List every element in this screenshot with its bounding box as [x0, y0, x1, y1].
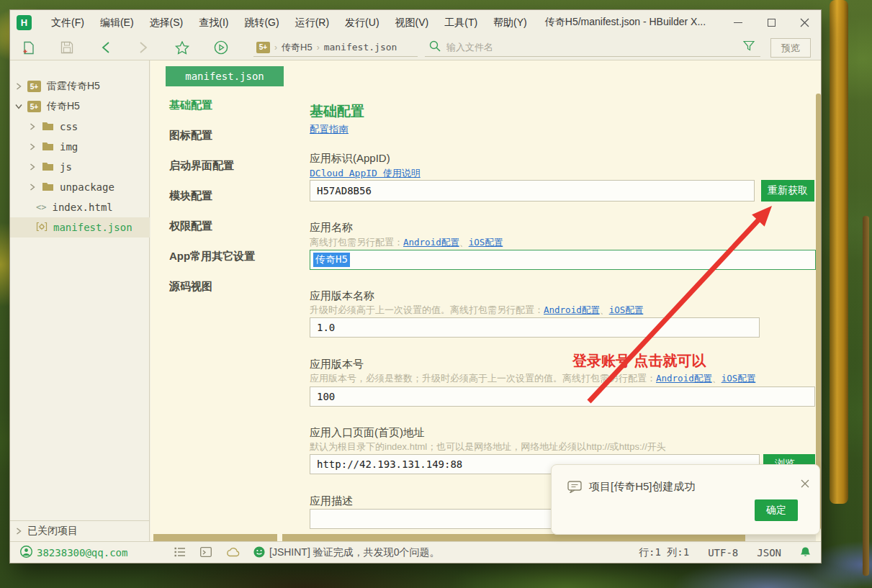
appid-doc-link[interactable]: DCloud AppID 使用说明: [310, 167, 421, 180]
new-file-icon[interactable]: [20, 40, 36, 55]
tree-item-label[interactable]: 雷霆传奇H5: [47, 80, 100, 93]
preview-button[interactable]: 预览: [770, 38, 811, 58]
bell-icon[interactable]: [800, 546, 811, 560]
back-icon[interactable]: [98, 40, 114, 55]
menu-help[interactable]: 帮助(Y): [485, 10, 535, 35]
tree-item-label[interactable]: index.html: [52, 202, 112, 213]
chevron-right-icon[interactable]: [29, 123, 36, 130]
tree-item-label[interactable]: img: [60, 141, 78, 153]
encoding-indicator[interactable]: UTF-8: [708, 547, 738, 558]
chevron-right-icon[interactable]: [29, 163, 36, 171]
account-status[interactable]: 38238300@qq.com: [20, 542, 127, 564]
appname-input[interactable]: 传奇H5: [310, 250, 816, 270]
section-icon-config[interactable]: 图标配置: [169, 129, 284, 146]
section-splash-config[interactable]: 启动界面配置: [169, 159, 284, 176]
outline-list-icon[interactable]: [174, 547, 186, 559]
menu-publish[interactable]: 发行(U): [337, 10, 387, 35]
maximize-button[interactable]: [755, 10, 788, 35]
forward-icon[interactable]: [135, 40, 151, 55]
bookmark-star-icon[interactable]: [174, 40, 190, 55]
status-bar: 38238300@qq.com [JSHINT] 验证完成，共发现0个问题。 行…: [10, 541, 821, 563]
filetype-indicator[interactable]: JSON: [757, 547, 781, 558]
hint-text: 离线打包需另行配置：: [310, 237, 403, 248]
section-module-config[interactable]: 模块配置: [169, 189, 284, 207]
appid-input[interactable]: [310, 180, 755, 202]
horizontal-scrollbar-form[interactable]: [282, 534, 745, 541]
chevron-right-icon[interactable]: [10, 528, 27, 535]
tree-item-label[interactable]: 传奇H5: [47, 100, 80, 113]
chevron-right-icon[interactable]: [10, 83, 27, 90]
breadcrumb-file[interactable]: manifest.json: [324, 42, 397, 53]
tree-item-label[interactable]: js: [60, 161, 72, 173]
menu-find[interactable]: 查找(I): [191, 10, 236, 35]
tree-item-file-manifest[interactable]: manifest.json: [10, 217, 150, 238]
version-code-label: 应用版本号: [310, 358, 364, 371]
menu-tools[interactable]: 工具(T): [436, 10, 485, 35]
minimize-button[interactable]: [722, 10, 755, 35]
line-col-indicator[interactable]: 行:1 列:1: [639, 546, 689, 559]
tree-item-folder-img[interactable]: img: [10, 137, 150, 157]
section-basic-config[interactable]: 基础配置: [169, 99, 284, 116]
menu-view[interactable]: 视图(V): [387, 10, 437, 35]
version-code-input[interactable]: [310, 386, 815, 407]
tree-item-folder-css[interactable]: css: [10, 117, 150, 137]
tree-item-folder-js[interactable]: js: [10, 157, 150, 177]
tree-item-folder-unpackage[interactable]: unpackage: [10, 177, 150, 197]
android-config-link[interactable]: Android配置: [544, 304, 600, 315]
menu-run[interactable]: 运行(R): [287, 10, 337, 35]
chevron-right-icon[interactable]: [29, 184, 36, 191]
tree-item-label[interactable]: manifest.json: [53, 222, 132, 233]
account-email[interactable]: 38238300@qq.com: [37, 547, 127, 558]
tree-item-label[interactable]: css: [60, 121, 78, 132]
toast-close-icon[interactable]: [801, 478, 809, 491]
closed-projects[interactable]: 已关闭项目: [10, 520, 150, 541]
version-code-hint: 应用版本号，必须是整数；升级时必须高于上一次设置的值。离线打包需另行配置：And…: [310, 372, 816, 385]
lint-message: [JSHINT] 验证完成，共发现0个问题。: [269, 546, 439, 559]
filter-icon[interactable]: [743, 40, 755, 54]
toast-confirm-button[interactable]: 确定: [755, 499, 798, 521]
config-guide-link[interactable]: 配置指南: [310, 123, 349, 136]
android-config-link[interactable]: Android配置: [656, 373, 712, 384]
console-icon[interactable]: [200, 547, 212, 559]
regain-appid-button[interactable]: 重新获取: [761, 180, 814, 202]
save-icon[interactable]: [59, 40, 75, 55]
section-permission-config[interactable]: 权限配置: [169, 220, 284, 237]
hint-text: 应用版本号，必须是整数；升级时必须高于上一次设置的值。离线打包需另行配置：: [310, 373, 656, 384]
ios-config-link[interactable]: iOS配置: [722, 373, 756, 384]
android-config-link[interactable]: Android配置: [403, 237, 459, 248]
lint-status[interactable]: [JSHINT] 验证完成，共发现0个问题。: [253, 542, 439, 564]
breadcrumb[interactable]: 5+ › 传奇H5 › manifest.json: [253, 38, 418, 57]
folder-icon: [42, 181, 54, 193]
cloud-sync-icon[interactable]: [226, 547, 240, 559]
file-search-box[interactable]: [425, 38, 760, 57]
tree-trunk-small: [863, 216, 869, 576]
link-separator: 、: [712, 373, 722, 384]
smiley-icon: [253, 546, 265, 560]
run-icon[interactable]: [213, 40, 229, 55]
menu-edit[interactable]: 编辑(E): [92, 10, 142, 35]
tree-item-project-leiting[interactable]: 5+ 雷霆传奇H5: [10, 76, 150, 96]
description-label: 应用描述: [310, 494, 353, 508]
menu-file[interactable]: 文件(F): [43, 10, 92, 35]
ios-config-link[interactable]: iOS配置: [609, 304, 644, 315]
version-name-input[interactable]: [310, 317, 760, 338]
breadcrumb-project[interactable]: 传奇H5: [282, 41, 313, 54]
tree-item-file-index[interactable]: <> index.html: [10, 197, 150, 217]
chevron-down-icon[interactable]: [10, 104, 27, 109]
horizontal-scrollbar-menu[interactable]: [153, 534, 277, 541]
search-input[interactable]: [446, 42, 743, 53]
ios-config-link[interactable]: iOS配置: [469, 237, 503, 248]
hbuilderx-window: H 文件(F) 编辑(E) 选择(S) 查找(I) 跳转(G) 运行(R) 发行…: [10, 10, 821, 563]
tree-item-label[interactable]: unpackage: [60, 181, 114, 193]
close-button[interactable]: [788, 10, 821, 35]
project-badge-icon: 5+: [27, 81, 41, 92]
closed-projects-label[interactable]: 已关闭项目: [27, 525, 78, 538]
tree-item-project-chuanqi[interactable]: 5+ 传奇H5: [10, 96, 150, 117]
tab-manifest[interactable]: manifest.json: [166, 66, 284, 86]
section-source-view[interactable]: 源码视图: [169, 280, 284, 297]
section-app-other-settings[interactable]: App常用其它设置: [169, 250, 284, 267]
link-separator: 、: [600, 304, 609, 315]
menu-goto[interactable]: 跳转(G): [236, 10, 287, 35]
chevron-right-icon[interactable]: [29, 143, 36, 150]
menu-select[interactable]: 选择(S): [142, 10, 192, 35]
